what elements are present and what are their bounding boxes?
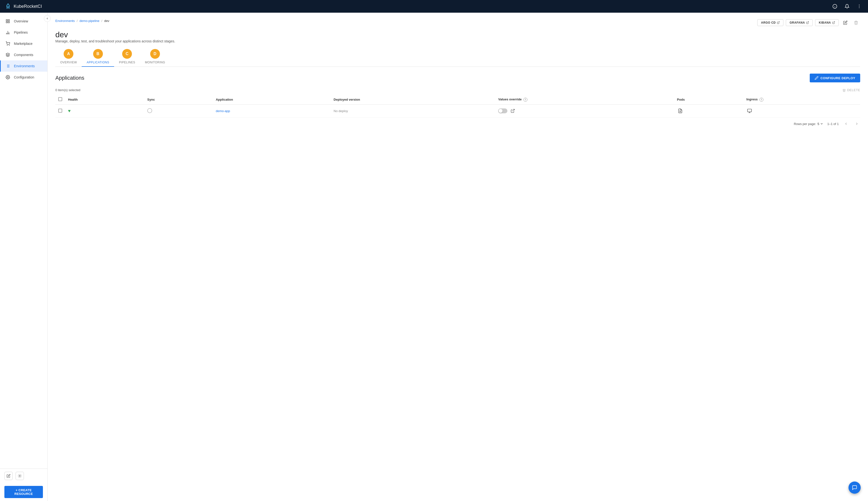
svg-rect-8 bbox=[8, 20, 10, 21]
more-vert-icon[interactable] bbox=[855, 2, 863, 10]
svg-line-27 bbox=[807, 22, 809, 23]
settings-icon bbox=[5, 75, 10, 80]
sidebar-item-marketplace[interactable]: Marketplace bbox=[0, 38, 47, 49]
sync-circle-icon bbox=[147, 108, 152, 113]
sidebar-collapse-btn[interactable] bbox=[44, 15, 51, 22]
table-toolbar: 0 item(s) selected DELETE bbox=[55, 86, 860, 94]
edit-pen-icon[interactable] bbox=[4, 472, 13, 480]
row-pods-cell bbox=[674, 105, 744, 117]
tab-avatar-overview: a bbox=[64, 49, 73, 59]
tab-avatar-pipelines: c bbox=[122, 49, 132, 59]
select-all-checkbox[interactable] bbox=[58, 97, 62, 101]
col-values-override: Values override i bbox=[495, 95, 674, 105]
tab-monitoring[interactable]: d MONITORING bbox=[140, 49, 170, 66]
delete-label: DELETE bbox=[847, 88, 860, 92]
kibana-button[interactable]: KIBANA bbox=[815, 19, 839, 26]
sidebar-label-environments: Environments bbox=[14, 64, 35, 68]
rows-per-page-value: 5 bbox=[817, 122, 819, 126]
bar-chart-icon bbox=[5, 30, 10, 35]
gear-icon[interactable] bbox=[15, 472, 24, 480]
values-override-info-icon[interactable]: i bbox=[523, 98, 527, 102]
row-ingress-cell bbox=[743, 105, 860, 117]
row-application-cell: demo-app bbox=[213, 105, 331, 117]
svg-point-4 bbox=[859, 4, 860, 6]
tab-pipelines[interactable]: c PIPELINES bbox=[114, 49, 140, 66]
delete-action-button[interactable]: DELETE bbox=[843, 88, 860, 92]
tab-overview[interactable]: a OVERVIEW bbox=[55, 49, 82, 66]
external-link-icon bbox=[777, 21, 780, 24]
health-heart-icon: ♥ bbox=[68, 108, 71, 113]
tab-label-monitoring: MONITORING bbox=[145, 61, 165, 64]
create-resource-button[interactable]: + CREATE RESOURCE bbox=[4, 486, 43, 498]
rows-per-page: Rows per page: 5 bbox=[794, 122, 823, 126]
selected-count: 0 item(s) selected bbox=[55, 88, 81, 92]
bell-icon[interactable] bbox=[843, 2, 851, 10]
values-override-toggle[interactable] bbox=[498, 108, 508, 113]
main-content: Environments / demo-pipeline / dev ARGO … bbox=[48, 13, 868, 501]
row-deployed-version-cell: No deploy bbox=[331, 105, 495, 117]
ingress-monitor-icon[interactable] bbox=[746, 108, 753, 114]
col-application: Application bbox=[213, 95, 331, 105]
pods-document-icon[interactable] bbox=[677, 108, 683, 114]
row-checkbox[interactable] bbox=[58, 109, 62, 113]
col-pods: Pods bbox=[674, 95, 744, 105]
row-values-override-cell bbox=[495, 105, 674, 117]
sidebar-label-overview: Overview bbox=[14, 19, 28, 23]
breadcrumb-environments[interactable]: Environments bbox=[55, 19, 75, 23]
page-title: dev bbox=[55, 30, 860, 39]
delete-button[interactable] bbox=[852, 19, 860, 27]
svg-point-24 bbox=[7, 77, 9, 78]
app-title: KubeRocketCI bbox=[14, 4, 42, 9]
tab-avatar-monitoring: d bbox=[150, 49, 160, 59]
ingress-info-icon[interactable]: i bbox=[760, 98, 763, 102]
tab-label-pipelines: PIPELINES bbox=[119, 61, 135, 64]
demo-app-link[interactable]: demo-app bbox=[216, 109, 230, 113]
svg-rect-9 bbox=[8, 22, 10, 23]
topnav: KubeRocketCI bbox=[0, 0, 868, 13]
info-icon[interactable] bbox=[831, 2, 839, 10]
tabs-row: a OVERVIEW b APPLICATIONS c PIPELINES d … bbox=[55, 49, 860, 67]
rows-per-page-select[interactable]: 5 bbox=[817, 122, 823, 126]
external-link-icon bbox=[832, 21, 835, 24]
argo-cd-button[interactable]: ARGO CD bbox=[757, 19, 783, 26]
svg-point-0 bbox=[8, 6, 9, 7]
next-page-button[interactable] bbox=[854, 120, 860, 127]
shopping-cart-icon bbox=[5, 41, 10, 46]
sidebar-item-environments[interactable]: Environments bbox=[0, 61, 47, 72]
tab-applications[interactable]: b APPLICATIONS bbox=[82, 49, 114, 66]
row-health-cell: ♥ bbox=[65, 105, 144, 117]
deployed-version-text: No deploy bbox=[334, 109, 348, 113]
sidebar-item-pipelines[interactable]: Pipelines bbox=[0, 27, 47, 38]
rows-per-page-label: Rows per page: bbox=[794, 122, 816, 126]
sidebar: Overview Pipelines Marke bbox=[0, 13, 48, 501]
prev-page-button[interactable] bbox=[843, 120, 849, 127]
sidebar-item-components[interactable]: Components bbox=[0, 49, 47, 61]
svg-line-29 bbox=[513, 109, 514, 111]
edit-button[interactable] bbox=[841, 19, 849, 27]
page-info: 1–1 of 1 bbox=[827, 122, 839, 126]
configure-deploy-button[interactable]: CONFIGURE DEPLOY bbox=[810, 74, 860, 82]
chevron-down-icon bbox=[820, 122, 823, 126]
svg-line-26 bbox=[778, 22, 780, 23]
breadcrumb-demo-pipeline[interactable]: demo-pipeline bbox=[80, 19, 100, 23]
sidebar-item-configuration[interactable]: Configuration bbox=[0, 72, 47, 83]
grafana-button[interactable]: GRAFANA bbox=[786, 19, 813, 26]
floating-chat-button[interactable] bbox=[848, 481, 861, 494]
sidebar-label-configuration: Configuration bbox=[14, 75, 34, 79]
values-override-actions bbox=[498, 107, 671, 114]
table-row: ♥ demo-app No deploy bbox=[55, 105, 860, 117]
col-health: Health bbox=[65, 95, 144, 105]
values-override-external-link-icon[interactable] bbox=[509, 107, 516, 114]
svg-point-16 bbox=[9, 45, 10, 45]
sidebar-item-overview[interactable]: Overview bbox=[0, 15, 47, 27]
rocket-icon bbox=[5, 3, 11, 10]
col-sync: Sync bbox=[144, 95, 213, 105]
topnav-icons bbox=[831, 2, 863, 10]
row-checkbox-cell bbox=[55, 105, 65, 117]
col-deployed-version: Deployed version bbox=[331, 95, 495, 105]
sidebar-label-pipelines: Pipelines bbox=[14, 31, 28, 34]
grid-icon bbox=[5, 19, 10, 24]
pods-actions bbox=[677, 108, 741, 114]
sidebar-label-components: Components bbox=[14, 53, 33, 57]
svg-marker-17 bbox=[6, 53, 10, 55]
